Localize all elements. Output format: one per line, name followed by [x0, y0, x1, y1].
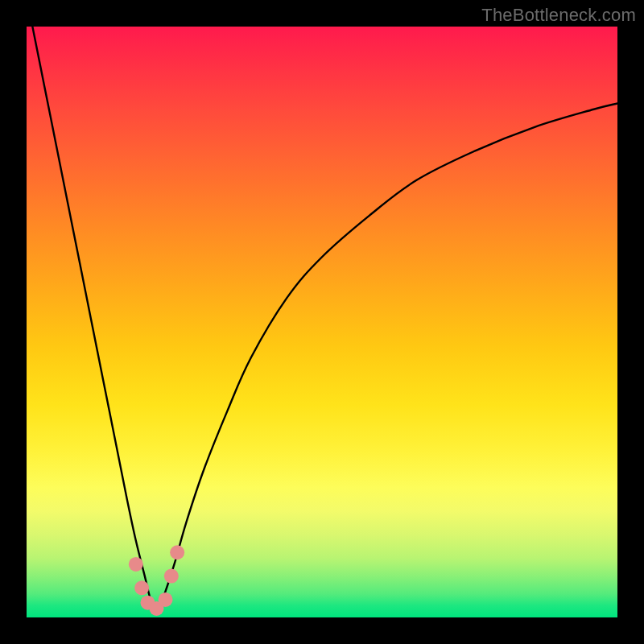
chart-frame: TheBottleneck.com: [0, 0, 644, 644]
trough-marker: [170, 545, 184, 559]
curve-left_branch: [32, 27, 156, 612]
watermark-text: TheBottleneck.com: [481, 5, 636, 26]
plot-area: [27, 27, 617, 617]
trough-marker: [129, 557, 143, 572]
trough-marker: [158, 592, 172, 607]
trough-marker: [164, 569, 179, 584]
curve-layer: [27, 27, 617, 617]
trough-marker: [134, 580, 149, 595]
curve-right_branch: [156, 103, 617, 611]
